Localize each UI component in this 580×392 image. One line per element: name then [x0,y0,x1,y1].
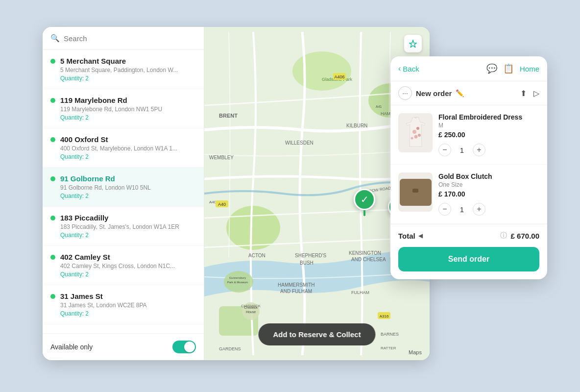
store-quantity-2: Quantity: 2 [60,153,196,160]
store-address-1: 119 Marylebone Rd, London NW1 5PU [60,106,196,113]
order-total: Total ◀ ⓘ £ 670.00 [390,224,547,247]
map-pin-1[interactable]: ✓ [354,189,375,216]
item-size-clutch: One Size [438,181,539,188]
store-name-2: 400 Oxford St [60,135,108,144]
store-address-3: 91 Golborne Rd, London W10 5NL [60,184,196,191]
store-address-6: 31 James St, London WC2E 8PA [60,302,196,309]
search-bar: 🔍 [43,27,204,50]
svg-text:A316: A316 [380,314,389,318]
store-item-header-1: 119 Marylebone Rd [50,96,196,104]
svg-text:A406: A406 [334,74,344,79]
total-arrow-icon[interactable]: ◀ [418,232,423,239]
svg-text:GARDENS: GARDENS [219,346,241,351]
store-name-0: 5 Merchant Square [60,57,126,65]
svg-text:BUSH: BUSH [300,260,314,266]
chat-icon[interactable]: 💬 [486,63,497,74]
item-details-dress: Floral Embroidered Dress M £ 250.00 − 1 … [438,113,539,156]
svg-text:ACTON: ACTON [248,253,266,258]
item-image-dress [398,113,433,152]
store-quantity-3: Quantity: 2 [60,193,196,199]
total-right: ⓘ £ 670.00 [500,231,539,240]
qty-value-dress: 1 [458,146,466,154]
store-item-5[interactable]: 402 Camley St 402 Camley St, Kings Cross… [43,246,204,285]
store-quantity-1: Quantity: 2 [60,114,196,121]
store-address-0: 5 Merchant Square, Paddington, London W.… [60,67,196,74]
svg-text:A40: A40 [218,202,226,207]
store-item-6[interactable]: 31 James St 31 James St, London WC2E 8PA… [43,285,204,324]
svg-point-42 [414,135,417,138]
share-icon[interactable]: ⬆ [520,89,527,98]
svg-text:FULHAM: FULHAM [351,290,369,295]
location-icon[interactable] [404,35,422,52]
order-item-dress: Floral Embroidered Dress M £ 250.00 − 1 … [390,105,547,165]
qty-decrease-clutch[interactable]: − [438,203,451,216]
store-dot-4 [50,216,55,220]
svg-point-44 [418,134,421,137]
apple-maps-label: Maps [407,349,422,355]
store-item-header-3: 91 Golborne Rd [50,174,196,183]
qty-value-clutch: 1 [458,205,466,214]
send-icon[interactable]: ▷ [533,89,539,98]
svg-text:RATTER: RATTER [381,346,396,350]
svg-text:House: House [246,310,256,314]
store-list-panel: 🔍 5 Merchant Square 5 Merchant Square, P… [43,27,204,360]
store-quantity-0: Quantity: 2 [60,75,196,82]
order-subheader: ··· New order ✏️ ⬆ ▷ [390,81,547,105]
order-header-actions: 💬 📋 Home [486,63,539,74]
item-price-dress: £ 250.00 [438,131,539,139]
edit-icon[interactable]: ✏️ [456,89,464,97]
search-input[interactable] [64,34,196,43]
more-options-button[interactable]: ··· [398,86,412,100]
store-item-4[interactable]: 183 Piccadilly 183 Piccadilly, St. James… [43,207,204,246]
total-amount: £ 670.00 [511,232,539,240]
qty-increase-dress[interactable]: + [473,144,485,156]
store-item-2[interactable]: 400 Oxford St 400 Oxford St, Marylebone,… [43,128,204,168]
store-dot-0 [50,59,55,64]
svg-text:WILLESDEN: WILLESDEN [285,140,314,146]
store-items-list: 5 Merchant Square 5 Merchant Square, Pad… [43,50,204,333]
map-pin-circle-1: ✓ [354,189,375,210]
svg-text:AND FULHAM: AND FULHAM [280,289,312,294]
item-name-dress: Floral Embroidered Dress [438,113,539,121]
map-pin-tail-1 [363,210,365,216]
store-quantity-6: Quantity: 2 [60,310,196,317]
svg-point-40 [412,130,416,134]
back-chevron-icon: ‹ [398,64,401,73]
info-icon[interactable]: ⓘ [500,231,507,240]
qty-increase-clutch[interactable]: + [473,203,485,216]
order-header: ‹ Back 💬 📋 Home [390,56,547,81]
bottom-bar: Available only [43,333,204,360]
clutch-visual [400,179,432,206]
store-dot-1 [50,98,55,103]
search-icon: 🔍 [50,34,60,43]
send-order-button[interactable]: Send order [398,247,539,271]
total-label: Total [398,232,415,240]
store-item-header-6: 31 James St [50,292,196,300]
available-only-toggle[interactable] [172,341,196,353]
subheader-actions: ⬆ ▷ [520,89,539,98]
clipboard-icon[interactable]: 📋 [503,63,514,74]
item-details-clutch: Gold Box Clutch One Size £ 170.00 − 1 + [438,172,539,216]
store-item-0[interactable]: 5 Merchant Square 5 Merchant Square, Pad… [43,50,204,89]
new-order-label: New order [416,89,452,98]
back-label: Back [403,65,419,73]
order-item-clutch: Gold Box Clutch One Size £ 170.00 − 1 + [390,165,547,224]
item-size-dress: M [438,122,539,129]
store-item-1[interactable]: 119 Marylebone Rd 119 Marylebone Rd, Lon… [43,89,204,128]
svg-text:KILBURN: KILBURN [346,123,367,128]
store-address-2: 400 Oxford St, Marylebone, London W1A 1.… [60,145,196,152]
order-panel: ‹ Back 💬 📋 Home ··· New order ✏️ ⬆ ▷ [390,56,547,279]
svg-point-41 [416,127,419,130]
item-name-clutch: Gold Box Clutch [438,172,539,180]
dress-svg [402,115,429,151]
svg-point-1 [292,51,351,91]
store-dot-3 [50,176,55,181]
item-price-clutch: £ 170.00 [438,190,539,198]
add-to-reserve-button[interactable]: Add to Reserve & Collect [258,323,375,345]
qty-decrease-dress[interactable]: − [438,144,451,156]
home-button[interactable]: Home [520,65,539,73]
svg-text:SHEPHERD'S: SHEPHERD'S [295,253,326,258]
back-button[interactable]: ‹ Back [398,64,419,73]
store-item-3[interactable]: 91 Golborne Rd 91 Golborne Rd, London W1… [43,168,204,207]
svg-text:HAMMERSMITH: HAMMERSMITH [278,282,315,288]
